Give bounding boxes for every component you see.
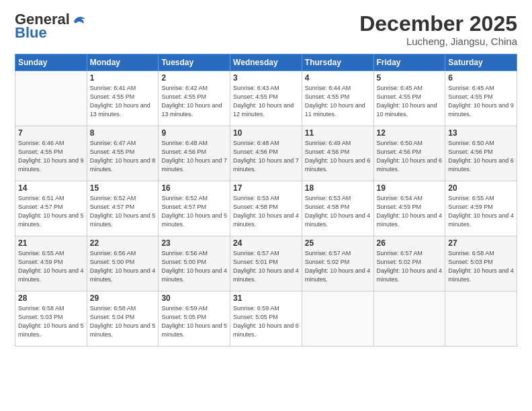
table-row: 2Sunrise: 6:42 AM Sunset: 4:55 PM Daylig… xyxy=(159,71,230,126)
day-number: 17 xyxy=(233,183,299,193)
day-info: Sunrise: 6:48 AM Sunset: 4:56 PM Dayligh… xyxy=(233,139,299,174)
table-row: 18Sunrise: 6:53 AM Sunset: 4:58 PM Dayli… xyxy=(302,181,373,236)
day-number: 19 xyxy=(377,183,443,193)
table-row: 14Sunrise: 6:51 AM Sunset: 4:57 PM Dayli… xyxy=(15,181,87,236)
day-number: 6 xyxy=(448,73,514,83)
table-row xyxy=(445,291,517,347)
day-info: Sunrise: 6:58 AM Sunset: 5:03 PM Dayligh… xyxy=(18,304,84,339)
logo: General Blue xyxy=(15,12,86,42)
header-saturday: Saturday xyxy=(445,54,517,71)
header: General Blue December 2025 Lucheng, Jian… xyxy=(15,12,517,47)
day-number: 10 xyxy=(233,128,299,138)
weekday-header-row: Sunday Monday Tuesday Wednesday Thursday… xyxy=(15,54,517,71)
table-row: 7Sunrise: 6:46 AM Sunset: 4:55 PM Daylig… xyxy=(15,126,87,181)
calendar-week-row: 28Sunrise: 6:58 AM Sunset: 5:03 PM Dayli… xyxy=(15,291,517,347)
day-info: Sunrise: 6:47 AM Sunset: 4:55 PM Dayligh… xyxy=(90,139,156,174)
table-row: 1Sunrise: 6:41 AM Sunset: 4:55 PM Daylig… xyxy=(87,71,159,126)
day-number: 22 xyxy=(90,238,156,248)
day-info: Sunrise: 6:45 AM Sunset: 4:55 PM Dayligh… xyxy=(448,84,514,119)
day-number: 26 xyxy=(377,238,443,248)
table-row: 13Sunrise: 6:50 AM Sunset: 4:56 PM Dayli… xyxy=(445,126,517,181)
day-number: 7 xyxy=(18,128,84,138)
day-number: 28 xyxy=(18,293,84,303)
table-row: 16Sunrise: 6:52 AM Sunset: 4:57 PM Dayli… xyxy=(159,181,230,236)
table-row: 20Sunrise: 6:55 AM Sunset: 4:59 PM Dayli… xyxy=(445,181,517,236)
day-number: 5 xyxy=(377,73,443,83)
day-number: 2 xyxy=(161,73,227,83)
table-row: 15Sunrise: 6:52 AM Sunset: 4:57 PM Dayli… xyxy=(87,181,159,236)
table-row: 12Sunrise: 6:50 AM Sunset: 4:56 PM Dayli… xyxy=(373,126,445,181)
table-row: 9Sunrise: 6:48 AM Sunset: 4:56 PM Daylig… xyxy=(159,126,230,181)
day-number: 11 xyxy=(305,128,371,138)
day-info: Sunrise: 6:42 AM Sunset: 4:55 PM Dayligh… xyxy=(161,84,227,119)
day-info: Sunrise: 6:56 AM Sunset: 5:00 PM Dayligh… xyxy=(161,249,227,284)
day-info: Sunrise: 6:41 AM Sunset: 4:55 PM Dayligh… xyxy=(90,84,156,119)
table-row: 21Sunrise: 6:55 AM Sunset: 4:59 PM Dayli… xyxy=(15,236,87,291)
day-info: Sunrise: 6:43 AM Sunset: 4:55 PM Dayligh… xyxy=(233,84,299,119)
month-title: December 2025 xyxy=(359,12,517,36)
day-number: 4 xyxy=(305,73,371,83)
day-number: 27 xyxy=(448,238,514,248)
day-info: Sunrise: 6:52 AM Sunset: 4:57 PM Dayligh… xyxy=(90,194,156,229)
day-number: 14 xyxy=(18,183,84,193)
day-info: Sunrise: 6:54 AM Sunset: 4:59 PM Dayligh… xyxy=(377,194,443,229)
day-info: Sunrise: 6:44 AM Sunset: 4:55 PM Dayligh… xyxy=(305,84,371,119)
day-number: 24 xyxy=(233,238,299,248)
day-info: Sunrise: 6:57 AM Sunset: 5:02 PM Dayligh… xyxy=(377,249,443,284)
table-row: 10Sunrise: 6:48 AM Sunset: 4:56 PM Dayli… xyxy=(230,126,302,181)
header-sunday: Sunday xyxy=(15,54,87,71)
header-wednesday: Wednesday xyxy=(230,54,302,71)
day-info: Sunrise: 6:59 AM Sunset: 5:05 PM Dayligh… xyxy=(161,304,227,339)
day-info: Sunrise: 6:58 AM Sunset: 5:03 PM Dayligh… xyxy=(448,249,514,284)
table-row xyxy=(373,291,445,347)
table-row: 4Sunrise: 6:44 AM Sunset: 4:55 PM Daylig… xyxy=(302,71,373,126)
day-number: 23 xyxy=(161,238,227,248)
table-row: 5Sunrise: 6:45 AM Sunset: 4:55 PM Daylig… xyxy=(373,71,445,126)
logo-bird-icon xyxy=(71,13,86,26)
day-info: Sunrise: 6:57 AM Sunset: 5:02 PM Dayligh… xyxy=(305,249,371,284)
day-number: 13 xyxy=(448,128,514,138)
day-info: Sunrise: 6:58 AM Sunset: 5:04 PM Dayligh… xyxy=(90,304,156,339)
table-row xyxy=(15,71,87,126)
day-number: 18 xyxy=(305,183,371,193)
calendar-page: General Blue December 2025 Lucheng, Jian… xyxy=(0,0,532,411)
title-block: December 2025 Lucheng, Jiangsu, China xyxy=(359,12,517,47)
table-row: 3Sunrise: 6:43 AM Sunset: 4:55 PM Daylig… xyxy=(230,71,302,126)
day-number: 1 xyxy=(90,73,156,83)
header-thursday: Thursday xyxy=(302,54,373,71)
day-info: Sunrise: 6:59 AM Sunset: 5:05 PM Dayligh… xyxy=(233,304,299,339)
day-number: 12 xyxy=(377,128,443,138)
table-row: 27Sunrise: 6:58 AM Sunset: 5:03 PM Dayli… xyxy=(445,236,517,291)
calendar-week-row: 21Sunrise: 6:55 AM Sunset: 4:59 PM Dayli… xyxy=(15,236,517,291)
table-row: 30Sunrise: 6:59 AM Sunset: 5:05 PM Dayli… xyxy=(159,291,230,347)
day-info: Sunrise: 6:51 AM Sunset: 4:57 PM Dayligh… xyxy=(18,194,84,229)
table-row: 29Sunrise: 6:58 AM Sunset: 5:04 PM Dayli… xyxy=(87,291,159,347)
day-info: Sunrise: 6:56 AM Sunset: 5:00 PM Dayligh… xyxy=(90,249,156,284)
day-info: Sunrise: 6:52 AM Sunset: 4:57 PM Dayligh… xyxy=(161,194,227,229)
table-row: 17Sunrise: 6:53 AM Sunset: 4:58 PM Dayli… xyxy=(230,181,302,236)
table-row: 23Sunrise: 6:56 AM Sunset: 5:00 PM Dayli… xyxy=(159,236,230,291)
logo-blue: Blue xyxy=(15,24,47,42)
calendar-week-row: 7Sunrise: 6:46 AM Sunset: 4:55 PM Daylig… xyxy=(15,126,517,181)
table-row: 24Sunrise: 6:57 AM Sunset: 5:01 PM Dayli… xyxy=(230,236,302,291)
day-number: 8 xyxy=(90,128,156,138)
day-number: 30 xyxy=(161,293,227,303)
day-info: Sunrise: 6:50 AM Sunset: 4:56 PM Dayligh… xyxy=(377,139,443,174)
location: Lucheng, Jiangsu, China xyxy=(359,36,517,47)
day-info: Sunrise: 6:55 AM Sunset: 4:59 PM Dayligh… xyxy=(448,194,514,229)
table-row: 11Sunrise: 6:49 AM Sunset: 4:56 PM Dayli… xyxy=(302,126,373,181)
table-row: 19Sunrise: 6:54 AM Sunset: 4:59 PM Dayli… xyxy=(373,181,445,236)
calendar-week-row: 14Sunrise: 6:51 AM Sunset: 4:57 PM Dayli… xyxy=(15,181,517,236)
table-row: 26Sunrise: 6:57 AM Sunset: 5:02 PM Dayli… xyxy=(373,236,445,291)
day-info: Sunrise: 6:53 AM Sunset: 4:58 PM Dayligh… xyxy=(233,194,299,229)
header-tuesday: Tuesday xyxy=(159,54,230,71)
day-number: 21 xyxy=(18,238,84,248)
day-number: 3 xyxy=(233,73,299,83)
table-row: 31Sunrise: 6:59 AM Sunset: 5:05 PM Dayli… xyxy=(230,291,302,347)
day-info: Sunrise: 6:57 AM Sunset: 5:01 PM Dayligh… xyxy=(233,249,299,284)
day-info: Sunrise: 6:48 AM Sunset: 4:56 PM Dayligh… xyxy=(161,139,227,174)
day-number: 31 xyxy=(233,293,299,303)
day-info: Sunrise: 6:50 AM Sunset: 4:56 PM Dayligh… xyxy=(448,139,514,174)
day-number: 20 xyxy=(448,183,514,193)
table-row: 28Sunrise: 6:58 AM Sunset: 5:03 PM Dayli… xyxy=(15,291,87,347)
